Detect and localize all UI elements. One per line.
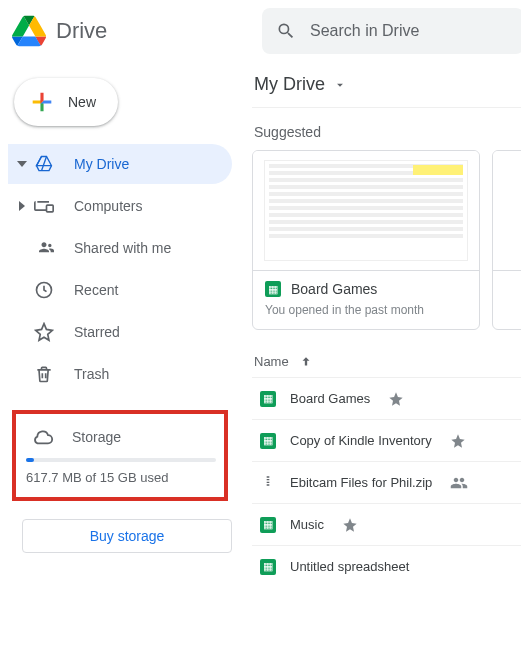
- star-icon[interactable]: [450, 433, 466, 449]
- storage-section-highlight: Storage 617.7 MB of 15 GB used: [12, 410, 228, 501]
- list-header-name: Name: [254, 354, 289, 369]
- sidebar-item-label: Recent: [74, 282, 118, 298]
- storage-usage-text: 617.7 MB of 15 GB used: [24, 470, 216, 485]
- clock-icon: [32, 280, 56, 300]
- product-name: Drive: [56, 18, 107, 44]
- main-content: My Drive Suggested: [240, 62, 521, 653]
- sidebar-item-trash[interactable]: Trash: [8, 354, 232, 394]
- sheets-icon: ▦: [260, 517, 276, 533]
- list-header[interactable]: Name: [254, 354, 521, 369]
- file-name: Music: [290, 517, 324, 532]
- card-subtitle: You opened in the past month: [265, 303, 467, 317]
- sidebar-item-computers[interactable]: Computers: [8, 186, 232, 226]
- people-icon: [32, 238, 56, 258]
- file-name: Board Games: [290, 391, 370, 406]
- sidebar-item-label: Trash: [74, 366, 109, 382]
- arrow-up-icon: [299, 355, 313, 369]
- file-row[interactable]: ▦ Music: [252, 503, 521, 545]
- suggested-card[interactable]: ▦ Board Games You opened in the past mon…: [252, 150, 480, 330]
- shared-icon: [450, 474, 468, 492]
- plus-icon: [28, 88, 56, 116]
- file-name: Ebitcam Files for Phil.zip: [290, 475, 432, 490]
- drive-outline-icon: [32, 154, 56, 174]
- suggested-row: ▦ Board Games You opened in the past mon…: [252, 150, 521, 330]
- sidebar-item-label: My Drive: [74, 156, 129, 172]
- file-row[interactable]: ▦ Board Games: [252, 377, 521, 419]
- sidebar-item-starred[interactable]: Starred: [8, 312, 232, 352]
- card-title: Board Games: [291, 281, 377, 297]
- sidebar-item-storage[interactable]: Storage: [24, 422, 216, 456]
- storage-bar-fill: [26, 458, 34, 462]
- sheets-icon: ▦: [260, 433, 276, 449]
- breadcrumb-label: My Drive: [254, 74, 325, 95]
- sidebar-item-label: Computers: [74, 198, 142, 214]
- star-icon[interactable]: [388, 391, 404, 407]
- trash-icon: [32, 364, 56, 384]
- storage-bar: [26, 458, 216, 462]
- caret-down-icon[interactable]: [12, 159, 32, 169]
- sheets-icon: ▦: [265, 281, 281, 297]
- search-input[interactable]: [310, 22, 510, 40]
- sidebar: New My Drive Computers: [0, 62, 240, 653]
- sidebar-item-recent[interactable]: Recent: [8, 270, 232, 310]
- file-name: Untitled spreadsheet: [290, 559, 409, 574]
- star-icon: [32, 322, 56, 342]
- zip-icon: [260, 475, 276, 491]
- sheets-icon: ▦: [260, 559, 276, 575]
- chevron-down-icon: [333, 78, 347, 92]
- new-button[interactable]: New: [14, 78, 118, 126]
- buy-storage-button[interactable]: Buy storage: [22, 519, 232, 553]
- sheets-icon: ▦: [260, 391, 276, 407]
- suggested-card-partial[interactable]: [492, 150, 521, 330]
- card-thumbnail: [253, 151, 479, 271]
- file-row[interactable]: Ebitcam Files for Phil.zip: [252, 461, 521, 503]
- cloud-icon: [32, 426, 54, 448]
- caret-right-icon[interactable]: [12, 201, 32, 211]
- sidebar-item-my-drive[interactable]: My Drive: [8, 144, 232, 184]
- new-button-label: New: [68, 94, 96, 110]
- file-name: Copy of Kindle Inventory: [290, 433, 432, 448]
- drive-logo-icon: [12, 14, 46, 48]
- search-icon: [276, 21, 296, 41]
- breadcrumb[interactable]: My Drive: [252, 70, 521, 108]
- devices-icon: [32, 196, 56, 216]
- suggested-heading: Suggested: [254, 124, 521, 140]
- card-thumbnail: [493, 151, 521, 271]
- sidebar-item-label: Storage: [72, 429, 121, 445]
- header: Drive: [0, 0, 521, 62]
- sidebar-item-shared[interactable]: Shared with me: [8, 228, 232, 268]
- sidebar-item-label: Starred: [74, 324, 120, 340]
- sidebar-item-label: Shared with me: [74, 240, 171, 256]
- file-row[interactable]: ▦ Untitled spreadsheet: [252, 545, 521, 587]
- star-icon[interactable]: [342, 517, 358, 533]
- logo-area[interactable]: Drive: [12, 14, 252, 48]
- file-row[interactable]: ▦ Copy of Kindle Inventory: [252, 419, 521, 461]
- searchbar[interactable]: [262, 8, 521, 54]
